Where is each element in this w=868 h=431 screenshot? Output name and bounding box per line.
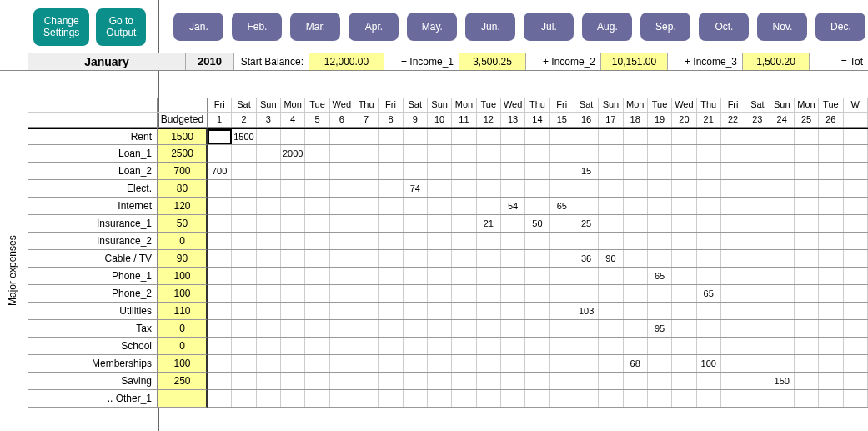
day-cell[interactable]: [648, 250, 672, 267]
day-cell[interactable]: [819, 285, 843, 302]
day-cell[interactable]: [844, 215, 868, 232]
month-tab-jan[interactable]: Jan.: [173, 13, 223, 41]
day-cell[interactable]: [599, 303, 623, 319]
day-cell[interactable]: [452, 390, 476, 407]
day-cell[interactable]: [844, 338, 868, 354]
day-cell[interactable]: [354, 303, 379, 319]
day-cell[interactable]: 54: [501, 198, 525, 214]
day-cell[interactable]: [648, 215, 672, 232]
day-cell[interactable]: [550, 129, 574, 144]
day-cell[interactable]: [452, 320, 476, 337]
day-cell[interactable]: [819, 233, 843, 249]
day-cell[interactable]: [599, 198, 623, 214]
day-cell[interactable]: [819, 250, 843, 267]
day-cell[interactable]: [599, 145, 623, 162]
income1-value[interactable]: 3,500.25: [459, 53, 526, 70]
day-cell[interactable]: [819, 180, 843, 197]
day-cell[interactable]: [599, 285, 623, 302]
day-cell[interactable]: [404, 145, 428, 162]
month-tab-oct[interactable]: Oct.: [699, 13, 749, 41]
day-cell[interactable]: [501, 285, 525, 302]
day-cell[interactable]: [672, 233, 696, 249]
day-cell[interactable]: [379, 285, 403, 302]
day-cell[interactable]: [745, 285, 770, 302]
day-cell[interactable]: 21: [477, 215, 501, 232]
budget-cell[interactable]: 100: [158, 355, 208, 373]
day-cell[interactable]: [501, 145, 525, 162]
day-cell[interactable]: [525, 355, 549, 372]
day-cell[interactable]: 68: [624, 355, 648, 372]
day-cell[interactable]: [550, 233, 574, 249]
day-cell[interactable]: [257, 129, 281, 144]
day-cell[interactable]: [819, 215, 843, 232]
day-cell[interactable]: [305, 268, 329, 284]
day-cell[interactable]: [428, 320, 452, 337]
day-cell[interactable]: [281, 180, 305, 197]
day-cell[interactable]: [354, 198, 379, 214]
day-cell[interactable]: [819, 129, 843, 144]
day-cell[interactable]: [697, 180, 721, 197]
day-cell[interactable]: [257, 285, 281, 302]
day-cell[interactable]: [745, 338, 770, 354]
month-tab-nov[interactable]: Nov.: [757, 13, 807, 41]
day-cell[interactable]: [232, 355, 256, 372]
day-cell[interactable]: [648, 198, 672, 214]
day-cell[interactable]: [624, 320, 648, 337]
day-cell[interactable]: [648, 373, 672, 389]
day-cell[interactable]: [477, 129, 501, 144]
day-cell[interactable]: [624, 233, 648, 249]
day-cell[interactable]: [452, 215, 476, 232]
day-cell[interactable]: [525, 198, 549, 214]
day-cell[interactable]: [232, 145, 256, 162]
day-cell[interactable]: [305, 285, 329, 302]
day-cell[interactable]: [208, 373, 232, 389]
day-cell[interactable]: [770, 233, 795, 249]
day-cell[interactable]: [770, 129, 795, 144]
day-cell[interactable]: [257, 355, 281, 372]
day-cell[interactable]: [477, 390, 501, 407]
day-cell[interactable]: [599, 390, 623, 407]
day-cell[interactable]: [844, 320, 868, 337]
day-cell[interactable]: [624, 303, 648, 319]
day-cell[interactable]: [379, 163, 403, 179]
day-cell[interactable]: [354, 285, 379, 302]
day-cell[interactable]: [672, 303, 696, 319]
day-cell[interactable]: [404, 355, 428, 372]
day-cell[interactable]: 150: [770, 373, 795, 389]
day-cell[interactable]: [379, 355, 403, 372]
budget-cell[interactable]: 110: [158, 303, 208, 320]
day-cell[interactable]: [404, 390, 428, 407]
day-cell[interactable]: [770, 215, 795, 232]
day-cell[interactable]: [305, 198, 329, 214]
day-cell[interactable]: [648, 285, 672, 302]
day-cell[interactable]: [550, 373, 574, 389]
day-cell[interactable]: [257, 320, 281, 337]
month-tab-aug[interactable]: Aug.: [582, 13, 632, 41]
month-tab-jun[interactable]: Jun.: [465, 13, 515, 41]
day-cell[interactable]: [648, 303, 672, 319]
day-cell[interactable]: [208, 129, 232, 144]
day-cell[interactable]: [721, 233, 745, 249]
day-cell[interactable]: [452, 180, 476, 197]
day-cell[interactable]: [501, 338, 525, 354]
month-tab-apr[interactable]: Apr.: [349, 13, 399, 41]
day-cell[interactable]: [599, 215, 623, 232]
day-cell[interactable]: [477, 198, 501, 214]
day-cell[interactable]: [501, 215, 525, 232]
day-cell[interactable]: 95: [648, 320, 672, 337]
day-cell[interactable]: [745, 303, 770, 319]
day-cell[interactable]: [745, 320, 770, 337]
day-cell[interactable]: [305, 355, 329, 372]
day-cell[interactable]: [379, 145, 403, 162]
day-cell[interactable]: [648, 338, 672, 354]
day-cell[interactable]: 65: [648, 268, 672, 284]
day-cell[interactable]: [257, 233, 281, 249]
day-cell[interactable]: [795, 129, 819, 144]
day-cell[interactable]: [624, 163, 648, 179]
day-cell[interactable]: [525, 145, 549, 162]
day-cell[interactable]: [428, 180, 452, 197]
day-cell[interactable]: [624, 373, 648, 389]
day-cell[interactable]: [550, 250, 574, 267]
day-cell[interactable]: [574, 233, 599, 249]
day-cell[interactable]: [477, 320, 501, 337]
